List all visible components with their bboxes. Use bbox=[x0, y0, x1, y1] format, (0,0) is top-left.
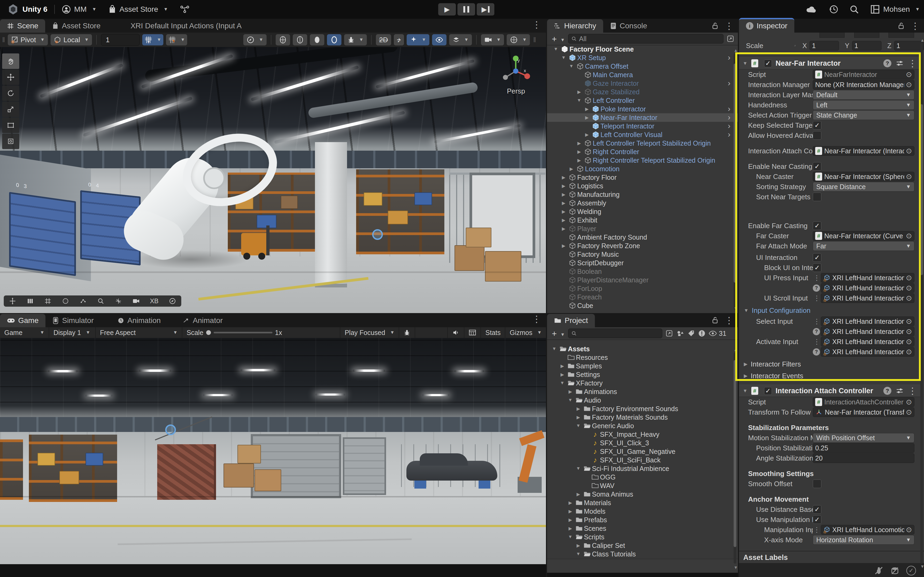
chevron-right-icon[interactable]: › bbox=[728, 104, 730, 113]
account-menu[interactable]: MM▼ bbox=[62, 5, 96, 14]
foldout-arrow[interactable]: ▶ bbox=[744, 361, 748, 367]
drag-dots-icon[interactable]: ⋮ bbox=[813, 318, 821, 326]
help-icon[interactable]: ? bbox=[813, 348, 820, 356]
object-picker-icon[interactable]: ⊙ bbox=[906, 70, 912, 79]
xb-overlay-button[interactable]: XB bbox=[150, 297, 158, 305]
drag-dots-icon[interactable]: ⋮ bbox=[813, 338, 821, 346]
hierarchy-item-gaze-interactor[interactable]: Gaze Interactor› bbox=[547, 79, 738, 88]
project-item-sfx-ui-scifi-back[interactable]: ♪SFX_UI_SciFi_Back bbox=[547, 456, 738, 464]
project-item-factory-materials-sounds[interactable]: ▶Factory Materials Sounds bbox=[547, 413, 738, 422]
chevron-right-icon[interactable]: › bbox=[728, 53, 730, 62]
object-picker-icon[interactable]: ⊙ bbox=[906, 274, 912, 282]
project-item-factory-environment-sounds[interactable]: ▶Factory Environment Sounds bbox=[547, 405, 738, 413]
visibility-toggle-button[interactable] bbox=[432, 34, 446, 45]
2d-toggle-button[interactable]: 2D bbox=[376, 34, 391, 45]
input-action-field[interactable]: {}XRI LeftHand Interaction/⊙ bbox=[821, 327, 914, 336]
checkbox[interactable] bbox=[813, 131, 821, 140]
foldout-arrow[interactable]: ▼ bbox=[552, 47, 560, 52]
hierarchy-item-scriptdebugger[interactable]: ScriptDebugger bbox=[547, 259, 738, 267]
help-icon[interactable]: ? bbox=[884, 59, 892, 67]
shaded-mode-button[interactable] bbox=[276, 34, 290, 45]
transform-tool-button[interactable] bbox=[2, 134, 19, 149]
foldout-arrow[interactable]: ▼ bbox=[566, 398, 574, 403]
axis-overlay-icon[interactable] bbox=[115, 297, 122, 305]
project-item-sfx-ui-game-negative[interactable]: ♪SFX_UI_Game_Negative bbox=[547, 447, 738, 456]
hierarchy-item-gaze-stabilized[interactable]: ▶Gaze Stabilized bbox=[547, 88, 738, 96]
foldout-arrow[interactable]: ▶ bbox=[560, 209, 568, 214]
project-item-prefabs[interactable]: ▶Prefabs bbox=[547, 516, 738, 524]
hierarchy-item-factory-reverb-zone[interactable]: ▶Factory Reverb Zone bbox=[547, 242, 738, 250]
foldout-arrow[interactable]: ▶ bbox=[560, 183, 568, 189]
foldout-arrow[interactable]: ▶ bbox=[560, 200, 568, 206]
game-target-dropdown[interactable]: Game▼ bbox=[0, 327, 49, 338]
object-picker-icon[interactable]: ⊙ bbox=[906, 327, 912, 336]
checkbox[interactable]: ✓ bbox=[813, 162, 821, 171]
foldout-arrow[interactable]: ▼ bbox=[558, 380, 566, 386]
object-field[interactable]: None (XR Interaction Manager⊙ bbox=[813, 80, 914, 89]
chevron-right-icon[interactable]: › bbox=[728, 121, 730, 131]
foldout-arrow[interactable]: ▶ bbox=[575, 149, 583, 155]
interactable-marker[interactable] bbox=[165, 424, 176, 435]
project-item-scenes[interactable]: ▶Scenes bbox=[547, 524, 738, 533]
object-picker-icon[interactable]: ⊙ bbox=[906, 81, 912, 89]
presets-icon[interactable] bbox=[896, 387, 904, 394]
frame-debugger-icon[interactable] bbox=[399, 327, 415, 338]
object-field[interactable]: #Near-Far Interactor (Curve I⊙ bbox=[813, 231, 914, 241]
object-field[interactable]: #InteractionAttachController⊙ bbox=[813, 397, 914, 407]
add-object-button[interactable]: ＋▼ bbox=[550, 34, 565, 44]
scene-viewport[interactable]: 0 3 0 4 bbox=[0, 47, 546, 313]
help-icon[interactable]: ? bbox=[884, 387, 892, 395]
camera-settings-button[interactable]: ▼ bbox=[481, 34, 504, 45]
foldout-arrow[interactable]: ▶ bbox=[566, 517, 574, 523]
hierarchy-item-left-controller-visual[interactable]: ▶Left Controller Visual› bbox=[547, 131, 738, 139]
input-action-field[interactable]: {}XRI LeftHand Interaction/⊙ bbox=[821, 283, 914, 293]
tab-console[interactable]: Console bbox=[603, 19, 654, 32]
foldout-arrow[interactable]: ▼ bbox=[560, 55, 568, 60]
hierarchy-item-factory-music[interactable]: Factory Music bbox=[547, 250, 738, 259]
hierarchy-item-main-camera[interactable]: Main Camera bbox=[547, 71, 738, 79]
project-item-sfx-impact-heavy[interactable]: ♪SFX_Impact_Heavy bbox=[547, 430, 738, 438]
tab-game[interactable]: Game bbox=[0, 314, 45, 327]
component-enabled-checkbox[interactable]: ✓ bbox=[764, 60, 772, 67]
project-item-caliper-set[interactable]: ▶Caliper Set bbox=[547, 541, 738, 550]
add-asset-button[interactable]: ＋▼ bbox=[550, 328, 565, 339]
foldout-arrow[interactable]: ▼ bbox=[574, 551, 582, 557]
check-status-icon[interactable]: ✓ bbox=[906, 566, 916, 575]
scale-z-field[interactable]: 1 bbox=[894, 41, 924, 50]
sphere-overlay-icon[interactable] bbox=[62, 297, 69, 305]
tab-project[interactable]: Project bbox=[547, 314, 595, 327]
object-picker-icon[interactable]: ⊙ bbox=[906, 294, 912, 302]
object-field[interactable]: #NearFarInteractor⊙ bbox=[813, 70, 914, 79]
rect-tool-button[interactable] bbox=[2, 118, 19, 133]
foldout-arrow[interactable]: ▶ bbox=[574, 414, 582, 420]
object-picker-icon[interactable]: ⊙ bbox=[906, 147, 912, 155]
project-item-audio[interactable]: ▼Audio bbox=[547, 396, 738, 405]
component-menu-icon[interactable]: ⋮ bbox=[908, 61, 917, 66]
filter-type-icon[interactable] bbox=[676, 330, 684, 337]
foldout-arrow[interactable]: ▶ bbox=[566, 500, 574, 506]
project-item-assets[interactable]: ▼Assets bbox=[547, 345, 738, 353]
hierarchy-item-playerdistancemanager[interactable]: PlayerDistanceManager bbox=[547, 276, 738, 284]
tab-inspector[interactable]: i Inspector bbox=[739, 18, 794, 32]
rotate-tool-button[interactable] bbox=[2, 85, 19, 101]
hierarchy-item-near-far-interactor[interactable]: ▶Near-Far Interactor› bbox=[547, 113, 738, 122]
history-icon[interactable] bbox=[828, 4, 838, 15]
object-picker-icon[interactable]: ⊙ bbox=[906, 284, 912, 292]
scale-slider[interactable]: Scale 1x bbox=[183, 327, 303, 338]
project-item-samples[interactable]: ▶Samples bbox=[547, 362, 738, 370]
object-picker-icon[interactable]: ⊙ bbox=[906, 408, 912, 416]
foldout-arrow[interactable]: ▶ bbox=[560, 175, 568, 180]
hierarchy-item-welding[interactable]: ▶Welding bbox=[547, 207, 738, 216]
foldout-arrow[interactable]: ▼ bbox=[575, 98, 583, 103]
inspector-menu-icon[interactable]: ⋮ bbox=[911, 23, 920, 29]
stats-button[interactable]: Stats bbox=[481, 327, 505, 338]
checkbox[interactable] bbox=[813, 193, 821, 201]
dropdown[interactable]: Horizontal Rotation▼ bbox=[813, 535, 914, 545]
asset-store-menu[interactable]: Asset Store▼ bbox=[108, 5, 168, 14]
lock-icon[interactable] bbox=[712, 22, 719, 30]
dropdown[interactable]: Square Distance▼ bbox=[813, 182, 914, 192]
debug-draw-button[interactable]: ▼ bbox=[344, 34, 367, 45]
object-picker-icon[interactable]: ⊙ bbox=[906, 525, 912, 534]
foldout-arrow[interactable]: ▶ bbox=[575, 158, 583, 163]
warning-icon[interactable] bbox=[698, 330, 706, 337]
